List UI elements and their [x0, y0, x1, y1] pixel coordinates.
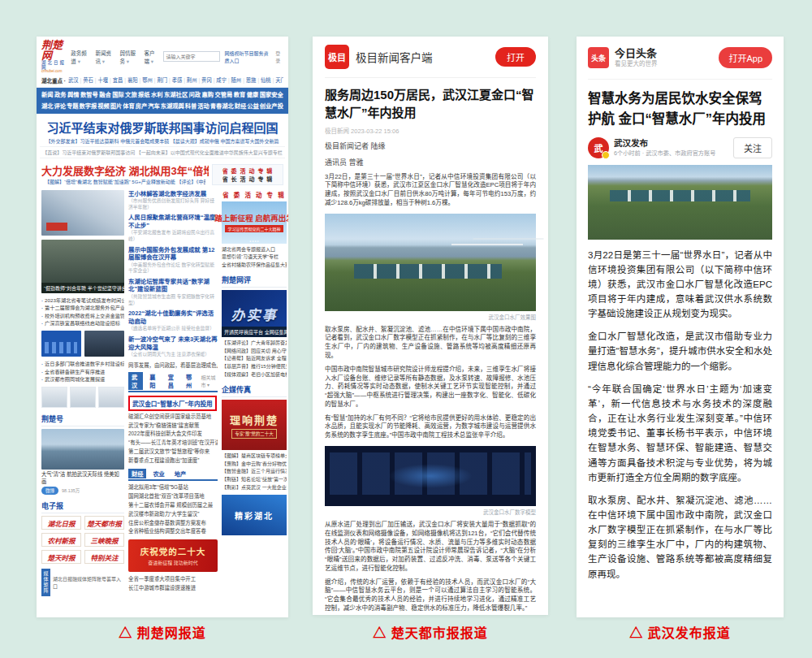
- city-link[interactable]: 荆州: [182, 76, 197, 84]
- news-bullet-link[interactable]: 第十二届服博会为湖北服务外包产业造势: [41, 304, 124, 312]
- headline-sublinks[interactable]: 【外交部发言】习近平抵达莫斯科 中俄元首会晤成果丰硕 【晨读大观】成就中俄 中国…: [40, 137, 285, 145]
- city-link[interactable]: 黄冈: [197, 76, 211, 84]
- commentary-link[interactable]: 【记者帮】贴近网友诉求 全程办理解忧: [222, 355, 287, 363]
- epaper-link[interactable]: 楚天时报: [41, 550, 81, 564]
- second-headline-link[interactable]: 大力发展数字经济 湖北拟用3年“倍增”5G基站: [41, 162, 209, 178]
- nav-link[interactable]: 政务: [54, 89, 67, 101]
- nav-link[interactable]: 水利: [151, 89, 163, 101]
- epaper-link[interactable]: 湖北日报: [41, 516, 81, 530]
- section-header-epaper[interactable]: 电子报: [41, 498, 124, 513]
- local-news-link[interactable]: 第二届武汉文旅节“智慧旅程”等你来: [128, 448, 218, 457]
- business-link[interactable]: 【图解】楚商区块链专项榜单大赛巡礼: [222, 452, 287, 461]
- nav-link[interactable]: 湖北: [41, 101, 54, 112]
- nav-link[interactable]: 评论: [54, 101, 66, 112]
- nav-link[interactable]: 舆情: [67, 89, 80, 101]
- business-link[interactable]: 【惠购】金中云购“春分好物优选季”: [222, 461, 287, 469]
- news-list-item[interactable]: 新一波冷空气来了 未来3天湖北再迎大风降温 （全省以阴雨天气为主 注意添衣保暖）: [128, 335, 218, 358]
- nav-link[interactable]: 国家安全: [260, 89, 283, 101]
- river-photo-link[interactable]: [41, 429, 124, 470]
- city-link[interactable]: 孝感: [167, 76, 182, 84]
- nav-link[interactable]: 体育: [123, 101, 135, 112]
- nav-link[interactable]: 融合: [99, 89, 111, 101]
- news-bullet-link[interactable]: 校外培训机构预收费将上交资金监管: [41, 312, 124, 320]
- author-avatar[interactable]: 武: [588, 137, 609, 158]
- nav-link[interactable]: 图片: [110, 101, 123, 112]
- nav-link[interactable]: 新闻: [41, 89, 54, 101]
- news-list-item[interactable]: 东湖论坛智库专家共话“数字湖北”建设新蓝图 （共建智慧城市生态圈 专家把脉数字化…: [128, 278, 218, 306]
- mini-thumb-link[interactable]: [98, 387, 124, 408]
- sidebar-link[interactable]: 全省村播助农环保作品征集大赛: [222, 262, 287, 270]
- nav-link[interactable]: 问政: [189, 89, 201, 101]
- nav-link[interactable]: 惠购: [202, 89, 214, 101]
- nav-link[interactable]: 东湖社区: [164, 89, 188, 101]
- local-intro-link[interactable]: 网事发展，由问政起，看基层治理成色几何？: [128, 361, 218, 369]
- hubei-promo-thumb-link[interactable]: 精彩湖北: [222, 495, 287, 535]
- top-nav-item[interactable]: 新闻资讯: [95, 49, 114, 65]
- nav-link[interactable]: 健康: [247, 89, 259, 101]
- mini-thumb-link[interactable]: [70, 387, 96, 408]
- open-app-button[interactable]: 打开App: [719, 47, 772, 68]
- city-link[interactable]: 黄石: [79, 76, 93, 84]
- nav-link[interactable]: 活动: [197, 101, 209, 112]
- river-post-title[interactable]: 大气“清”洁 航拍武汉天际线 绝美如画: [41, 471, 124, 486]
- tab-realestate[interactable]: 地产: [171, 469, 189, 478]
- mini-thumb-link[interactable]: [41, 387, 67, 408]
- nav-link[interactable]: 房产: [136, 101, 148, 112]
- news-list-item[interactable]: 展示中国服务外包发展成就 第12届服博会在汉开幕 （中美服务外包合作论坛 数字化…: [128, 246, 218, 275]
- smart-waterworks-article-link[interactable]: 武汉金口“智慧水厂”年内投用: [132, 400, 213, 408]
- top-nav-item[interactable]: 舆情服务: [119, 49, 139, 65]
- sidebar-link[interactable]: 湖北省两会专题报道入口: [222, 246, 287, 254]
- lixiang-jingchu-banner-link[interactable]: 理响荆楚 专家“豫”党的二十大: [222, 400, 287, 450]
- nav-link[interactable]: 财经: [235, 101, 247, 112]
- tab-ezhou[interactable]: 鄂州: [183, 372, 197, 390]
- special-column-box[interactable]: 省 委 活 动 专 辑 省 长 活 动 专 辑: [212, 164, 283, 185]
- party-congress-banner-link[interactable]: 庆祝党的二十大 奋进新征程 建功新时代: [128, 539, 218, 572]
- finance-news-link[interactable]: 国网湖北首批“双百”改革项目落地: [128, 492, 218, 501]
- epaper-link[interactable]: 楚天都市报: [84, 516, 124, 530]
- secondary-links-row[interactable]: 【直说】习近平结束对俄罗斯联邦国事访问 【一起向未来】以中国式现代化全面推进中华…: [40, 146, 285, 158]
- top-headline-link[interactable]: 习近平结束对俄罗斯联邦国事访问启程回国: [40, 119, 285, 136]
- open-app-button[interactable]: 打开: [495, 47, 536, 67]
- top-right-link[interactable]: 网络视听节目服务资质入口: [224, 50, 271, 64]
- nav-link[interactable]: 青春湖北: [210, 101, 234, 112]
- news-title[interactable]: 王小林解答湖北数字经济发展: [128, 190, 218, 198]
- city-link[interactable]: 鄂州: [138, 76, 153, 84]
- sidebar-link[interactable]: 思想引领“习语天天学”专栏: [222, 253, 287, 262]
- news-link[interactable]: 长江中游城市群建设提速推进: [128, 584, 218, 593]
- city-link[interactable]: 宜昌: [108, 76, 123, 84]
- city-link[interactable]: 咸宁: [212, 76, 227, 84]
- nav-link[interactable]: 科普: [185, 101, 197, 112]
- epaper-link[interactable]: 三峡晚报: [84, 533, 124, 547]
- expo-photo-link[interactable]: [41, 190, 124, 236]
- nav-link[interactable]: 东湖观舆: [161, 101, 184, 112]
- finance-news-link[interactable]: 湖北拟用3年“倍增”5G基站: [128, 483, 218, 492]
- city-link[interactable]: 襄阳: [123, 76, 137, 84]
- classroom-photo-link[interactable]: “倔劲教师”刘合年聘 半个世纪坚守讲台: [41, 240, 124, 293]
- infographic-thumb-link[interactable]: [41, 331, 81, 357]
- news-list-item[interactable]: 王小林解答湖北数字经济发展 （市州服务优质创新发展打好头阵 算好经济半年账）: [128, 190, 218, 211]
- nav-link[interactable]: 交管局: [215, 89, 233, 101]
- sidebar-header-activities[interactable]: 省 委 活 动 专 辑: [222, 190, 287, 199]
- news-title[interactable]: 东湖论坛智库专家共话“数字湖北”建设新蓝图: [128, 278, 218, 293]
- epaper-link[interactable]: 特别关注: [84, 550, 124, 564]
- nav-link[interactable]: 国际: [112, 89, 124, 101]
- login-link[interactable]: 登录: [275, 50, 283, 64]
- nav-link[interactable]: 公益: [247, 101, 259, 112]
- news-bullet-link[interactable]: 全省春耕备耕生产有序推进: [41, 368, 124, 376]
- nav-link[interactable]: 视频: [97, 101, 110, 112]
- finance-news-link[interactable]: 住房公积金缴存基数调整方案发布: [128, 519, 218, 528]
- news-list-item[interactable]: 人民日报聚焦湖北营商环境“温度不止步” （平安湖北报告发布 近期将迎民众出行高峰…: [128, 214, 218, 242]
- top-nav-item[interactable]: 客户端: [144, 49, 159, 65]
- banshishi-banner-link[interactable]: 办实事 开通民呼我应平台 全网征集网友建议: [222, 290, 287, 337]
- news-title[interactable]: 人民日报聚焦湖北营商环境“温度不止步”: [128, 214, 218, 229]
- news-bullet-link[interactable]: 广深高铁宜昌联络线启动建设招标: [41, 319, 124, 327]
- nav-link[interactable]: 报纸: [138, 89, 150, 101]
- news-bullet-link[interactable]: 近日多部门联合推进数字乡村建设标准: [41, 360, 124, 368]
- local-news-link[interactable]: “有头——长江青年英才培训班”在汉开讲: [128, 439, 218, 448]
- local-news-link[interactable]: 新春重点工程建设跑出“加速度”: [128, 457, 218, 465]
- city-link[interactable]: 荆门: [153, 76, 167, 84]
- business-link[interactable]: 【数智金融】近三个月运行情况速览: [222, 468, 287, 476]
- nav-link[interactable]: 专题: [67, 101, 79, 112]
- finance-news-link[interactable]: 全省种植业结构调整交出年度答卷: [128, 527, 218, 536]
- finance-news-link[interactable]: 武汉楼市新政助力“大学生留汉”: [128, 510, 218, 519]
